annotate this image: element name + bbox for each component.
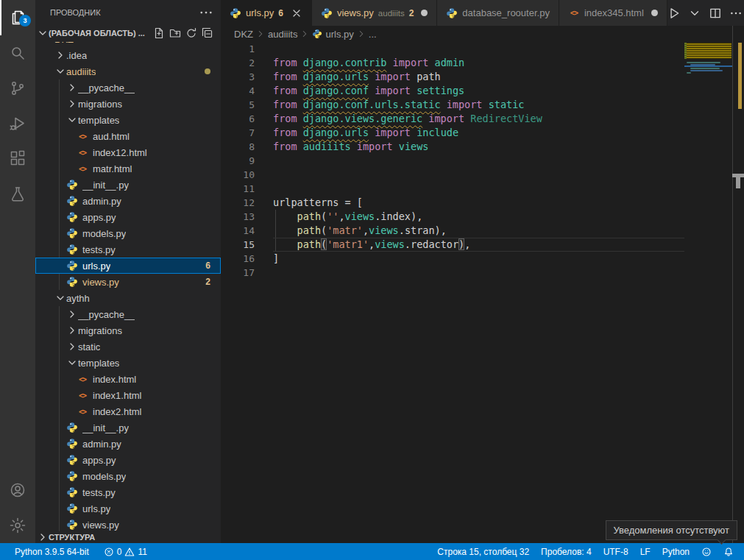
breadcrumb-item[interactable]: DKZ	[234, 29, 253, 40]
tree-item-views-py[interactable]: views.py2	[35, 274, 221, 290]
status-eol[interactable]: LF	[634, 547, 656, 557]
source-control-icon	[9, 79, 26, 97]
split-editor-icon[interactable]	[709, 7, 722, 20]
tree-item-urls-py[interactable]: urls.py	[35, 500, 221, 517]
code-token: django.conf.urls.static	[303, 99, 441, 110]
new-folder-icon[interactable]	[169, 27, 181, 39]
tab-index345-html[interactable]: <>index345.html	[559, 0, 667, 26]
tree-item-index1-html[interactable]: <>index1.html	[35, 387, 221, 403]
workspace-section-header[interactable]: (РАБОЧАЯ ОБЛАСТЬ) ...	[35, 24, 221, 42]
bell-button[interactable]	[718, 547, 740, 557]
code-token: import	[428, 113, 464, 124]
tree-item-migrations[interactable]: migrations	[35, 96, 221, 112]
tree-item-templates[interactable]: templates	[35, 355, 221, 371]
python-icon	[66, 244, 78, 255]
tab-database-roouter-py[interactable]: database_roouter.py	[437, 0, 559, 26]
html-icon: <>	[568, 7, 580, 19]
activity-bar-item-source-control[interactable]	[0, 71, 35, 106]
code-token: django.conf	[303, 85, 369, 96]
tree-item-tests-py[interactable]: tests.py	[35, 484, 221, 500]
status-encoding[interactable]: UTF-8	[598, 547, 634, 557]
more-actions-icon[interactable]	[199, 5, 213, 20]
chevron-right-icon	[66, 341, 78, 352]
activity-bar-item-testing[interactable]	[0, 177, 35, 212]
line-number: 13	[221, 210, 255, 224]
status-python-version[interactable]: Python 3.9.5 64-bit	[9, 547, 95, 557]
activity-bar-item-settings[interactable]	[0, 508, 35, 543]
tree-item-aythh[interactable]: aythh	[35, 290, 221, 306]
refresh-icon[interactable]	[185, 27, 197, 39]
tree-item--init-py[interactable]: __init__.py	[35, 419, 221, 436]
activity-bar: 3	[0, 0, 35, 543]
code-token: ,	[339, 210, 344, 222]
tree-item--pycache-[interactable]: __pycache__	[35, 79, 221, 96]
tree-item-admin-py[interactable]: admin.py	[35, 436, 221, 452]
tree-item-apps-py[interactable]: apps.py	[35, 209, 221, 225]
code-token: )	[458, 238, 464, 250]
python-icon	[66, 276, 78, 288]
tree-item-dkz[interactable]: DKZ	[35, 42, 221, 47]
tree-item-migrations[interactable]: migrations	[35, 322, 221, 339]
tree-item-index2-html[interactable]: <>index2.html	[35, 403, 221, 419]
git-modified-dot	[205, 68, 210, 74]
tree-item--init-py[interactable]: __init__.py	[35, 177, 221, 193]
breadcrumb-item[interactable]: audiiits	[268, 29, 297, 40]
tree-item-static[interactable]: static	[35, 339, 221, 355]
minimap[interactable]	[684, 26, 732, 543]
tree-item--pycache-[interactable]: __pycache__	[35, 306, 221, 322]
tab-urls-py[interactable]: urls.py6	[221, 0, 312, 26]
tree-item-matr-html[interactable]: <>matr.html	[35, 160, 221, 177]
code-token: path	[297, 238, 322, 250]
feedback-button[interactable]	[695, 547, 718, 557]
code-line-content: path('',views.index),	[273, 210, 684, 224]
chevron-right-icon	[66, 98, 78, 110]
breadcrumb-item[interactable]: ...	[369, 29, 377, 40]
chevron-down-icon[interactable]	[688, 7, 701, 20]
code-line-content: urlpatterns = [	[273, 196, 684, 210]
code-line-content	[273, 42, 684, 56]
outline-section-header[interactable]: СТРУКТУРА	[35, 531, 221, 543]
tree-item--idea[interactable]: .idea	[35, 47, 221, 63]
collapse-all-icon[interactable]	[202, 27, 213, 39]
more-icon[interactable]	[729, 7, 743, 20]
breadcrumb-item[interactable]: urls.py	[312, 29, 353, 40]
activity-bar-item-run-debug[interactable]	[0, 106, 35, 141]
tree-item-admin-py[interactable]: admin.py	[35, 193, 221, 209]
tree-item-apps-py[interactable]: apps.py	[35, 452, 221, 468]
code-editor[interactable]: 12from django.contrib import admin3from …	[221, 42, 684, 543]
code-token: ''	[327, 210, 339, 222]
activity-bar-item-extensions[interactable]	[0, 141, 35, 177]
status-label: Python 3.9.5 64-bit	[15, 547, 89, 557]
code-token: .	[405, 238, 411, 250]
tab-problems-badge: 2	[409, 8, 414, 18]
tree-item-tests-py[interactable]: tests.py	[35, 241, 221, 258]
tab-views-py[interactable]: views.pyaudiiits2	[312, 0, 437, 26]
python-icon	[66, 195, 78, 207]
tree-item-models-py[interactable]: models.py	[35, 225, 221, 241]
new-file-icon[interactable]	[153, 27, 165, 39]
activity-bar-item-files[interactable]: 3	[0, 0, 35, 35]
tree-item-label: aud.html	[93, 131, 130, 142]
code-line-content	[273, 154, 684, 168]
code-token: ,	[369, 238, 375, 250]
activity-bar-item-account[interactable]	[0, 472, 35, 508]
code-line-content: from django.views.generic import Redirec…	[273, 112, 684, 126]
dirty-indicator	[421, 10, 428, 16]
status-language-mode[interactable]: Python	[656, 547, 695, 557]
editor-area: urls.py6views.pyaudiiits2database_rooute…	[221, 0, 744, 543]
tree-item-audiiits[interactable]: audiiits	[35, 63, 221, 79]
run-icon[interactable]	[667, 7, 681, 20]
status-cursor-position[interactable]: Строка 15, столбец 32	[431, 547, 535, 557]
tree-item-models-py[interactable]: models.py	[35, 468, 221, 484]
tree-item-views-py[interactable]: views.py	[35, 517, 221, 531]
tree-item-urls-py[interactable]: urls.py6	[35, 258, 221, 274]
activity-bar-item-search[interactable]	[0, 35, 35, 71]
tree-item-templates[interactable]: templates	[35, 112, 221, 128]
status-problems[interactable]: 011	[98, 547, 153, 557]
tree-item-aud-html[interactable]: <>aud.html	[35, 128, 221, 144]
tree-item-index-html[interactable]: <>index.html	[35, 371, 221, 387]
status-indentation[interactable]: Пробелов: 4	[535, 547, 598, 557]
code-token: from	[273, 99, 297, 110]
tree-item-index12-html[interactable]: <>index12.html	[35, 144, 221, 160]
code-token	[297, 141, 303, 152]
